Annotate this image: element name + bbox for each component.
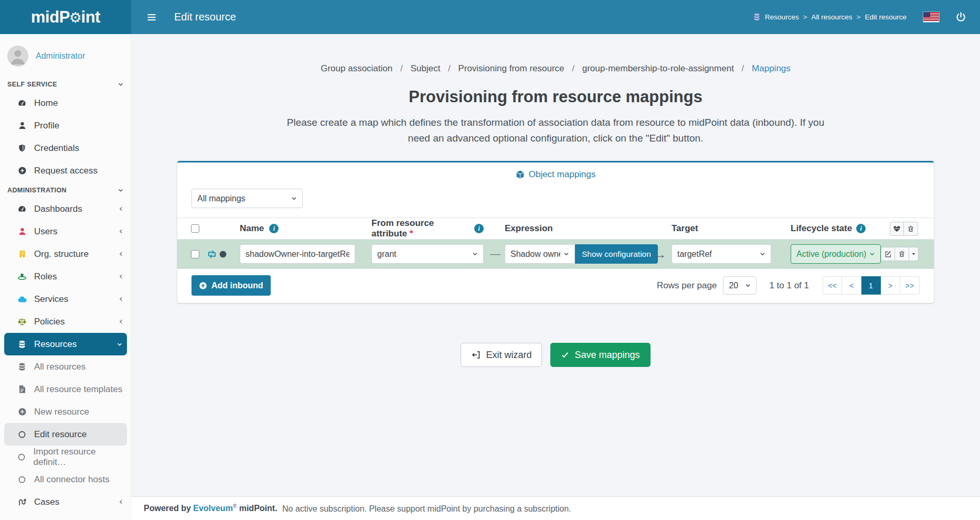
row-actions (881, 247, 919, 261)
sidebar-item-all-resource-templates[interactable]: All resource templates (0, 378, 131, 400)
select-all-checkbox[interactable] (191, 224, 199, 233)
sidebar-item-users[interactable]: Users (0, 220, 131, 243)
row-checkbox[interactable] (191, 250, 199, 258)
section-label: SELF SERVICE (7, 81, 57, 88)
sidebar-item-resources[interactable]: Resources (4, 333, 127, 355)
pager: << < 1 > >> (823, 276, 920, 295)
save-mappings-button[interactable]: Save mappings (550, 343, 650, 367)
sidebar-item-credentials[interactable]: Credentials (0, 137, 131, 159)
sidebar-item-edit-resource[interactable]: Edit resource (4, 423, 127, 446)
wizard-title: Provisioning from resource mappings (131, 88, 980, 106)
chevron-left-icon (118, 274, 124, 279)
wizard-step-group-association[interactable]: Group association (321, 63, 392, 73)
exit-icon (471, 350, 481, 360)
exit-wizard-label: Exit wizard (486, 350, 531, 361)
heart-pulse-icon (893, 225, 901, 233)
breadcrumb-resources[interactable]: Resources (765, 13, 799, 21)
rows-per-page-select[interactable]: 20 (723, 276, 757, 295)
sidebar-item-roles[interactable]: Roles (0, 265, 131, 288)
rows-per-page-label: Rows per page (657, 280, 717, 291)
info-icon[interactable]: i (474, 224, 484, 233)
sidebar-item-services[interactable]: Services (0, 288, 131, 310)
sidebar-item-cases[interactable]: Cases (0, 491, 131, 513)
trash-icon (907, 225, 914, 233)
add-inbound-button[interactable]: Add inbound (191, 275, 271, 296)
database-icon (17, 340, 27, 349)
delete-selected-button[interactable] (904, 222, 918, 236)
logo[interactable]: midP⚙int (0, 0, 131, 34)
info-icon[interactable]: i (856, 224, 866, 233)
edit-row-button[interactable] (881, 247, 895, 261)
from-attribute-select[interactable]: grant (371, 244, 484, 264)
sidebar-item-org-structure[interactable]: Org. structure (0, 243, 131, 265)
sidebar-item-new-resource[interactable]: New resource (0, 400, 131, 423)
mapping-name-input[interactable] (240, 244, 355, 264)
delete-row-button[interactable] (895, 247, 909, 261)
wizard-step-provisioning[interactable]: Provisioning from resource (458, 63, 564, 73)
inbound-mapping-icon (206, 250, 218, 258)
sidebar-item-home[interactable]: Home (0, 92, 131, 114)
sidebar-item-profile[interactable]: Profile (0, 114, 131, 137)
mapping-filter-select[interactable]: All mappings (191, 189, 303, 208)
locale-flag-us[interactable] (923, 12, 939, 22)
chevron-down-icon (118, 187, 124, 193)
sidebar-item-dashboards[interactable]: Dashboards (0, 198, 131, 220)
section-self-service[interactable]: SELF SERVICE (0, 76, 131, 92)
required-asterisk: * (410, 229, 413, 239)
wizard-description: Please create a map which defines the tr… (283, 115, 828, 146)
info-icon[interactable]: i (269, 224, 279, 233)
expression-select[interactable]: Shadow owner (505, 244, 575, 264)
hamburger-menu-icon[interactable] (143, 8, 161, 26)
chevron-left-icon (118, 319, 124, 324)
tab-object-mappings[interactable]: Object mappings (177, 162, 934, 186)
sidebar-item-policies[interactable]: Policies (0, 310, 131, 333)
wizard-step-mappings[interactable]: Mappings (752, 63, 791, 73)
lifecycle-select[interactable]: Active (production) (791, 244, 881, 264)
sidebar-item-label: Import resource definit… (34, 447, 124, 468)
pagination-summary: 1 to 1 of 1 (769, 280, 809, 291)
dashboard-gauge-icon (17, 204, 27, 214)
sidebar-item-request-access[interactable]: Request access (0, 159, 131, 182)
content: Group association / Subject / Provisioni… (131, 34, 980, 496)
user-name[interactable]: Administrator (36, 51, 85, 61)
page-title: Edit resource (174, 11, 236, 23)
sidebar-item-label: Users (34, 226, 57, 237)
breadcrumb-all-resources[interactable]: All resources (812, 13, 853, 21)
target-select[interactable]: targetRef (672, 244, 771, 264)
exit-wizard-button[interactable]: Exit wizard (461, 343, 542, 367)
column-target: Target (672, 223, 771, 234)
sidebar-item-label: Roles (34, 272, 57, 282)
plus-circle-icon (199, 281, 207, 290)
logo-text: midP⚙int (31, 8, 100, 27)
evolveum-link[interactable]: Evolveum (193, 504, 233, 513)
show-configuration-button[interactable]: Show configuration (575, 244, 658, 264)
wizard-step-separator: / (742, 63, 744, 73)
breadcrumb-edit-resource[interactable]: Edit resource (865, 13, 907, 21)
lifecycle-heart-button[interactable] (890, 222, 904, 236)
sidebar-item-label: Services (34, 294, 68, 305)
last-page-button[interactable]: >> (900, 276, 920, 295)
next-page-button[interactable]: > (881, 276, 900, 295)
balance-scale-icon (17, 317, 27, 326)
logout-power-icon[interactable] (952, 8, 970, 26)
column-name: Name (240, 223, 264, 234)
chevron-left-icon (118, 499, 124, 505)
sidebar-item-label: All connector hosts (34, 474, 110, 485)
navbar-main: Edit resource Resources > All resources … (131, 0, 980, 34)
previous-page-button[interactable]: < (842, 276, 861, 295)
sidebar-item-all-connector-hosts[interactable]: All connector hosts (0, 468, 131, 491)
wizard-step-association[interactable]: group-membership-to-role-assignment (582, 63, 734, 73)
mappings-card: Object mappings All mappings Name i (177, 161, 934, 303)
row-more-actions-button[interactable] (909, 247, 919, 261)
sidebar-item-all-resources[interactable]: All resources (0, 355, 131, 378)
page-1-button[interactable]: 1 (861, 276, 881, 295)
add-inbound-label: Add inbound (211, 281, 263, 290)
wizard-step-subject[interactable]: Subject (410, 63, 440, 73)
section-administration[interactable]: ADMINISTRATION (0, 182, 131, 198)
chevron-left-icon (118, 251, 124, 257)
sidebar-item-label: Resources (34, 339, 77, 350)
sidebar-item-import-resource-definition[interactable]: Import resource definit… (0, 446, 131, 468)
first-page-button[interactable]: << (823, 276, 842, 295)
lifecycle-value: Active (production) (796, 250, 866, 259)
sidebar-item-label: Org. structure (34, 249, 89, 259)
